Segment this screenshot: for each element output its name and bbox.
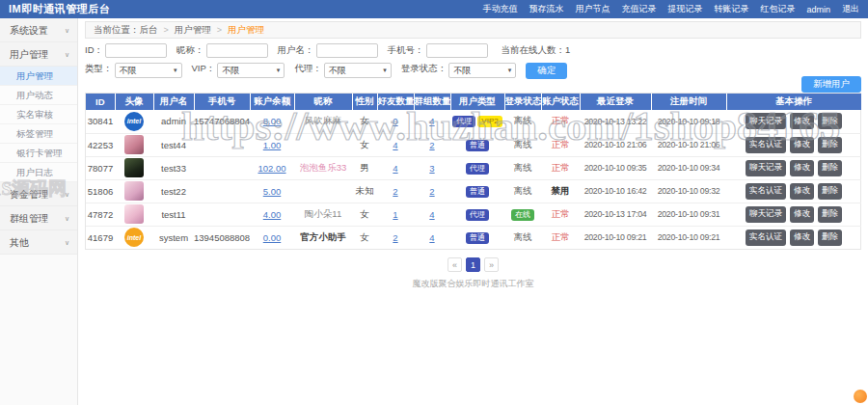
edit-button[interactable]: 修改 <box>790 160 814 176</box>
add-user-button[interactable]: 新增用户 <box>801 76 861 93</box>
col-header-10: 用户类型 <box>450 94 504 110</box>
cell-reg-time: 2020-10-10 09:32 <box>651 179 726 202</box>
phone-input[interactable] <box>426 43 488 58</box>
edit-button[interactable]: 修改 <box>790 206 814 223</box>
cell-account-status: 正常 <box>541 202 580 226</box>
nav-item-2[interactable]: 预存流水 <box>529 3 563 15</box>
page-button-1[interactable]: 1 <box>466 257 480 272</box>
app-title: IM即时通讯管理后台 <box>9 2 110 16</box>
realname-verify-button[interactable]: 实名认证 <box>746 137 786 153</box>
cell-user-type: 普通 <box>450 226 504 249</box>
account-status: 正常 <box>552 139 570 149</box>
delete-button[interactable]: 删除 <box>818 160 842 176</box>
nav-item-7[interactable]: 红包记录 <box>760 3 795 15</box>
prev-page-button[interactable]: « <box>448 257 462 272</box>
next-page-button[interactable]: » <box>484 257 499 272</box>
nav-item-3[interactable]: 用户节点 <box>575 3 610 15</box>
breadcrumb-location: 当前位置：后台 <box>94 24 158 37</box>
delete-button[interactable]: 删除 <box>818 183 842 200</box>
logout-link[interactable]: 退出 <box>842 3 859 15</box>
groups-count-link[interactable]: 2 <box>429 140 434 150</box>
username-input[interactable] <box>316 43 378 58</box>
col-header-8: 好友数量 <box>377 94 414 110</box>
search-submit-button[interactable]: 确定 <box>526 63 567 79</box>
cell-last-login: 2020-10-10 16:42 <box>580 179 651 202</box>
login-status: 离线 <box>514 231 532 242</box>
groups-count-link[interactable]: 2 <box>429 186 434 197</box>
sidebar-sub-item-2-4[interactable]: 标签管理 <box>0 124 77 144</box>
cell-login-status: 离线 <box>504 110 541 133</box>
sidebar-group-4[interactable]: 群组管理∨ <box>0 206 77 230</box>
agent-select[interactable]: 不限▾ <box>324 63 392 78</box>
balance-link[interactable]: 5.00 <box>263 186 282 197</box>
cell-account-status: 禁用 <box>541 179 580 202</box>
login-status: 离线 <box>514 115 532 125</box>
groups-count-link[interactable]: 4 <box>429 116 434 126</box>
login-status: 在线 <box>511 209 534 221</box>
nav-item-1[interactable]: 手动充值 <box>482 3 517 15</box>
edit-button[interactable]: 修改 <box>790 137 814 153</box>
edit-button[interactable]: 修改 <box>790 183 814 200</box>
col-header-14: 注册时间 <box>651 94 726 110</box>
chat-records-button[interactable]: 聊天记录 <box>746 160 786 176</box>
cell-account-status: 正常 <box>541 110 580 133</box>
groups-count-link[interactable]: 4 <box>429 209 434 220</box>
friends-count-link[interactable]: 2 <box>393 186 397 197</box>
sidebar-group-5[interactable]: 其他∨ <box>0 230 77 255</box>
friends-count-link[interactable]: 1 <box>393 209 397 220</box>
floating-action-button[interactable] <box>854 390 867 403</box>
nav-item-5[interactable]: 提现记录 <box>667 3 702 15</box>
nav-item-6[interactable]: 转账记录 <box>714 3 748 15</box>
user-avatar <box>124 158 144 177</box>
friends-count-link[interactable]: 4 <box>393 140 397 150</box>
cell-reg-time: 2020-10-10 09:18 <box>651 110 726 133</box>
edit-button[interactable]: 修改 <box>790 230 814 246</box>
sidebar-group-3[interactable]: 资金管理∨ <box>0 182 77 206</box>
nickname-input[interactable] <box>206 43 268 58</box>
delete-button[interactable]: 删除 <box>818 230 842 246</box>
delete-button[interactable]: 删除 <box>818 206 842 223</box>
balance-link[interactable]: 0.00 <box>263 232 282 243</box>
vip-select-value: 不限 <box>222 65 239 77</box>
col-header-1: ID <box>86 94 115 110</box>
cell-login-status: 离线 <box>504 179 541 202</box>
sidebar-sub-item-2-6[interactable]: 用户日志 <box>0 163 77 182</box>
balance-link[interactable]: 1.00 <box>263 140 282 150</box>
edit-button[interactable]: 修改 <box>790 113 814 129</box>
cell-nickname: 官方小助手 <box>294 226 352 249</box>
nav-item-4[interactable]: 充值记录 <box>621 3 656 15</box>
chat-records-button[interactable]: 聊天记录 <box>746 206 786 223</box>
cell-avatar <box>115 179 153 202</box>
sidebar-group-2[interactable]: 用户管理∨ <box>0 42 77 67</box>
col-header-11: 登录状态 <box>504 94 541 110</box>
vip-select[interactable]: 不限▾ <box>217 63 285 78</box>
sidebar-sub-item-2-3[interactable]: 实名审核 <box>0 105 77 124</box>
breadcrumb-item-user-management[interactable]: 用户管理 <box>175 24 211 37</box>
friends-count-link[interactable]: 4 <box>393 163 397 174</box>
sidebar-sub-item-2-2[interactable]: 用户动态 <box>0 86 77 105</box>
type-select[interactable]: 不限▾ <box>115 63 182 78</box>
id-input[interactable] <box>105 43 167 58</box>
col-header-9: 群组数量 <box>414 94 450 110</box>
groups-count-link[interactable]: 4 <box>429 232 434 243</box>
sidebar-sub-item-2-5[interactable]: 银行卡管理 <box>0 144 77 163</box>
friends-count-link[interactable]: 0 <box>393 116 397 126</box>
groups-count-link[interactable]: 3 <box>429 163 434 174</box>
user-name[interactable]: admin <box>806 5 830 14</box>
delete-button[interactable]: 删除 <box>818 137 842 153</box>
balance-link[interactable]: 8.00 <box>263 116 282 126</box>
delete-button[interactable]: 删除 <box>818 113 842 129</box>
balance-link[interactable]: 4.00 <box>263 209 282 220</box>
realname-verify-button[interactable]: 实名认证 <box>746 230 786 246</box>
sidebar-sub-item-2-1[interactable]: 用户管理 <box>0 67 77 86</box>
balance-link[interactable]: 102.00 <box>258 163 285 174</box>
realname-verify-button[interactable]: 实名认证 <box>746 183 786 200</box>
login-status-select[interactable]: 不限▾ <box>448 63 516 78</box>
chat-records-button[interactable]: 聊天记录 <box>746 113 786 129</box>
col-header-13: 最近登录 <box>580 94 651 110</box>
login-status-select-label: 登录状态： <box>401 63 448 75</box>
col-header-6: 昵称 <box>294 94 352 110</box>
sidebar-group-1[interactable]: 系统设置∨ <box>0 18 77 42</box>
user-avatar <box>124 181 144 201</box>
friends-count-link[interactable]: 2 <box>393 232 397 243</box>
